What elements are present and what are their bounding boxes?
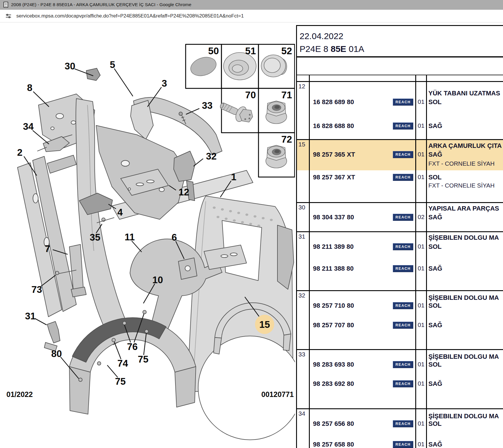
side-label: SAĞ: [428, 122, 442, 130]
dome-cap-large-icon: [224, 52, 256, 80]
reach-badge[interactable]: REACH: [393, 123, 413, 130]
callout-label-31: 31: [25, 311, 36, 321]
quantity: 01: [417, 441, 425, 448]
callout-label-33: 33: [202, 100, 213, 111]
callout-label-75: 75: [115, 376, 126, 387]
part-description: YAPISAL ARA PARÇAS: [428, 205, 499, 212]
window-titlebar: 2008 (P24E) - P24E 8 85E01A - ARKA ÇAMUR…: [0, 0, 503, 10]
part-number[interactable]: 16 828 688 80: [313, 122, 354, 130]
part-number[interactable]: 98 211 388 80: [313, 265, 353, 272]
quantity: 01: [417, 265, 425, 272]
catalog-date: 22.04.2022: [300, 31, 343, 41]
table-border-h: [296, 290, 503, 291]
row-ref-number: 12: [298, 83, 305, 90]
reach-badge[interactable]: REACH: [393, 243, 413, 250]
flange-nut-icon: [266, 145, 287, 168]
callout-label-34: 34: [23, 121, 34, 132]
part-number[interactable]: 98 257 707 80: [313, 321, 354, 329]
callout-label-5: 5: [110, 59, 115, 70]
reach-badge[interactable]: REACH: [393, 441, 413, 448]
wheel-arch-opening: [198, 336, 296, 440]
site-info-tune-icon[interactable]: [5, 12, 12, 20]
url-bar[interactable]: servicebox.mpsa.com/docapvpr/affiche.do?…: [0, 10, 503, 22]
table-border-h: [296, 81, 503, 82]
part-number[interactable]: 98 211 389 80: [313, 243, 353, 251]
window-title: 2008 (P24E) - P24E 8 85E01A - ARKA ÇAMUR…: [11, 2, 191, 7]
part-description: ŞİŞEBILEN DOLGU MA: [428, 234, 499, 242]
callout-label-10: 10: [152, 274, 163, 285]
reach-badge[interactable]: REACH: [393, 380, 413, 387]
callout-label-1: 1: [231, 172, 236, 182]
side-label: SAĞ: [428, 265, 442, 272]
callout-label-76: 76: [127, 341, 138, 352]
quantity: 01: [417, 243, 425, 250]
part-number[interactable]: 98 257 658 80: [313, 441, 354, 448]
reach-badge[interactable]: REACH: [393, 322, 413, 329]
callout-label-32: 32: [206, 151, 217, 162]
part-number[interactable]: 98 257 365 XT: [313, 151, 355, 158]
part-number[interactable]: 98 304 337 80: [313, 214, 354, 221]
table-border-h: [296, 25, 503, 26]
part-description: ŞİŞEBILEN DOLGU MA: [428, 294, 499, 302]
inset-label: 50: [208, 46, 219, 56]
callout-label-30: 30: [65, 61, 75, 71]
callout-label-3: 3: [162, 78, 167, 89]
reach-badge[interactable]: REACH: [393, 302, 413, 309]
quantity: 02: [417, 214, 425, 220]
part-description: ŞİŞEBILEN DOLGU MA: [428, 353, 499, 360]
part-number[interactable]: 98 257 710 80: [313, 302, 354, 309]
part-number[interactable]: 98 283 692 80: [313, 380, 354, 388]
callout-label-73: 73: [31, 284, 42, 295]
url-text[interactable]: servicebox.mpsa.com/docapvpr/affiche.do?…: [16, 13, 244, 19]
side-label: SOL: [428, 98, 442, 106]
reach-badge[interactable]: REACH: [393, 174, 413, 181]
callout-label-2: 2: [17, 147, 22, 158]
quantity: 01: [417, 122, 425, 129]
side-label: SOL: [428, 174, 442, 181]
table-border-v: [296, 25, 297, 448]
trim-note: FXT - CORNELIE SİYAH: [428, 160, 495, 167]
callout-label-8: 8: [27, 82, 32, 93]
part-number[interactable]: 98 283 693 80: [313, 361, 354, 368]
parts-diagram-canvas[interactable]: 505152707172 305383334232121435711673103…: [0, 22, 296, 448]
side-label: SOL: [428, 361, 442, 368]
row-ref-number: 33: [298, 351, 305, 358]
callout-label-75: 75: [138, 354, 149, 365]
inset-label: 71: [281, 90, 292, 100]
part-description: ARKA ÇAMURLUK ÇITA: [428, 142, 502, 150]
side-label: SAĞ: [428, 380, 442, 388]
reach-badge[interactable]: REACH: [393, 265, 413, 272]
reach-badge[interactable]: REACH: [393, 151, 413, 158]
table-border-h: [296, 349, 503, 350]
reach-badge[interactable]: REACH: [393, 214, 413, 221]
part-description: YÜK TABANI UZATMAS: [428, 90, 500, 97]
diagram-date-stamp: 01/2022: [6, 390, 33, 399]
side-label: SOL: [428, 420, 442, 428]
reach-badge[interactable]: REACH: [393, 420, 413, 427]
quantity: 01: [417, 380, 425, 387]
part-number[interactable]: 98 257 656 80: [313, 420, 354, 428]
table-border-h: [296, 75, 503, 75]
table-border-v: [426, 75, 427, 448]
inset-label: 51: [245, 46, 256, 56]
side-label: SAĞ: [428, 441, 442, 448]
table-border-h: [296, 408, 503, 409]
reach-badge[interactable]: REACH: [393, 99, 413, 106]
quantity: 01: [417, 174, 425, 181]
quantity: 01: [417, 361, 425, 368]
callout-label-74: 74: [117, 358, 128, 369]
table-border-h: [296, 231, 503, 232]
row-ref-number: 34: [298, 410, 305, 417]
trim-note: FXT - CORNELIE SİYAH: [428, 182, 495, 189]
quantity: 01: [417, 98, 425, 105]
part-number[interactable]: 16 828 689 80: [313, 98, 354, 106]
callout-label-12: 12: [179, 187, 189, 197]
callout-label-80: 80: [51, 348, 62, 359]
row-ref-number: 30: [298, 204, 305, 211]
part-number[interactable]: 98 257 367 XT: [313, 174, 355, 181]
quantity: 01: [417, 151, 425, 158]
reach-badge[interactable]: REACH: [393, 361, 413, 368]
callout-label-35: 35: [90, 232, 101, 243]
quantity: 01: [417, 420, 425, 427]
callout-label-11: 11: [125, 232, 135, 242]
